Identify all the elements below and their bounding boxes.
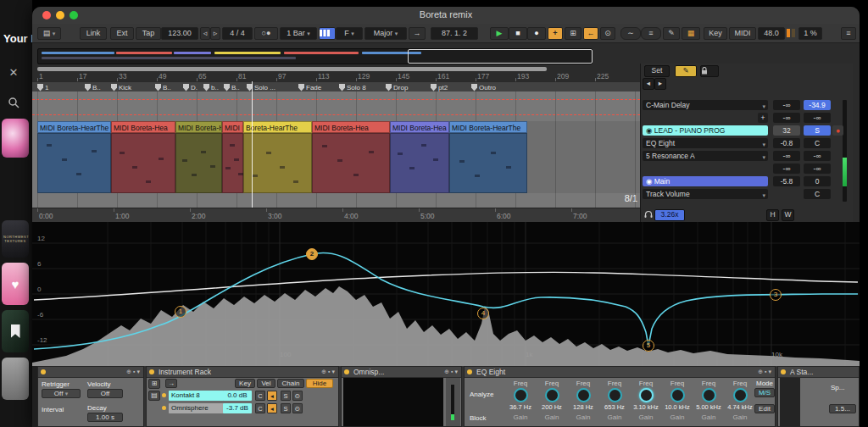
pan-value[interactable]: S: [804, 125, 831, 136]
key-zone-button[interactable]: Key: [235, 379, 255, 388]
device-on-led[interactable]: [149, 369, 154, 374]
edit-button[interactable]: Edit: [754, 404, 775, 413]
device-on-led[interactable]: [467, 369, 472, 374]
clip-body[interactable]: [243, 133, 312, 193]
clip-header[interactable]: Boreta-HearThe: [243, 121, 312, 133]
arrangement-overview[interactable]: [37, 48, 593, 64]
instrument-selector-icon[interactable]: ▤ ▾: [37, 27, 61, 40]
clip-header[interactable]: MIDI Boreta-Hea: [312, 121, 390, 133]
tempo-field[interactable]: 123.00: [161, 27, 198, 40]
track-device-selector[interactable]: ◉ LEAD - PIANO PROG: [643, 125, 768, 136]
track-device-selector[interactable]: Track Volume▾: [643, 189, 768, 199]
chain-activator-speaker-icon[interactable]: ◂: [267, 391, 277, 401]
volume-value[interactable]: -∞: [773, 113, 800, 123]
headphone-preview-icon[interactable]: [644, 210, 653, 219]
chain-name[interactable]: Kontakt 8: [169, 391, 224, 401]
key-map-button[interactable]: Key: [704, 27, 727, 40]
clip-body[interactable]: [449, 133, 527, 193]
pencil-icon[interactable]: ✎: [663, 27, 680, 40]
chain-volume-value[interactable]: -3.7 dB: [223, 403, 252, 413]
hotswap-icon[interactable]: ⊕: [444, 369, 451, 374]
artwork-flower[interactable]: [2, 119, 29, 158]
artwork-gray[interactable]: [2, 358, 29, 400]
back-to-arrangement-button[interactable]: ←: [583, 27, 598, 40]
clip-body[interactable]: [222, 133, 243, 193]
clip-body[interactable]: [390, 133, 449, 193]
device-on-led[interactable]: [41, 369, 46, 374]
overview-viewport[interactable]: [408, 49, 593, 64]
fold-icon[interactable]: ▾: [768, 369, 773, 374]
set-button[interactable]: Set: [644, 65, 670, 77]
time-ruler[interactable]: 0:001:002:003:004:005:006:007:00: [32, 208, 640, 223]
eq-band-node[interactable]: 4: [477, 308, 489, 319]
nudge-up-button[interactable]: ▹: [210, 27, 220, 40]
artwork-heart[interactable]: ♥: [2, 263, 29, 305]
band-freq-value[interactable]: 4.74 kHz: [725, 403, 755, 411]
band-freq-knob[interactable]: [733, 388, 748, 402]
pan-value[interactable]: -34.9: [804, 100, 831, 110]
chain-show-icon[interactable]: ▤: [148, 391, 160, 401]
band-freq-knob[interactable]: [670, 388, 685, 402]
eq-band-node[interactable]: 5: [643, 340, 654, 352]
close-icon[interactable]: ✕: [4, 63, 23, 81]
tap-tempo-button[interactable]: Tap: [136, 27, 161, 40]
chain-on-led[interactable]: [162, 393, 166, 397]
midi-value-field[interactable]: 48.0: [758, 27, 785, 40]
clip-body[interactable]: [111, 133, 175, 193]
locator-marker[interactable]: Fade: [298, 83, 321, 92]
analyze-button[interactable]: Analyze: [470, 391, 493, 398]
add-return-button[interactable]: +: [758, 113, 768, 123]
chain-zone-button[interactable]: Chain: [277, 379, 304, 388]
band-freq-value[interactable]: 200 Hz: [537, 403, 567, 411]
draw-mode-icon[interactable]: ∼: [620, 27, 641, 40]
track-device-selector[interactable]: C-Main Delay▾: [643, 100, 768, 110]
chain-name[interactable]: Omnisphere: [169, 403, 224, 413]
pan-value[interactable]: 0: [804, 176, 831, 186]
artwork-bookmark[interactable]: [2, 310, 29, 352]
band-freq-value[interactable]: 36.7 Hz: [505, 403, 536, 411]
locator-marker[interactable]: Drop: [386, 83, 408, 92]
track-device-selector[interactable]: ◉ Main: [643, 176, 768, 186]
instrument-rack-titlebar[interactable]: Instrument Rack ⊕▪▾: [147, 367, 338, 378]
scale-name-menu[interactable]: Major ▾: [364, 27, 407, 40]
clip-header[interactable]: MIDI Boreta-HearThe: [449, 121, 527, 133]
device-on-led[interactable]: [781, 369, 786, 374]
add-button[interactable]: +: [548, 27, 563, 40]
search-icon[interactable]: [4, 93, 23, 112]
chain-volume-value[interactable]: 0.0 dB: [223, 391, 252, 401]
follow-icon[interactable]: →: [409, 27, 426, 40]
velocity-select[interactable]: Off: [87, 389, 123, 398]
band-freq-value[interactable]: 3.10 kHz: [631, 403, 661, 411]
fold-icon[interactable]: ▾: [454, 369, 459, 374]
chain-solo-button[interactable]: S: [281, 391, 291, 401]
automation-line[interactable]: [32, 99, 640, 100]
arrangement-position-field[interactable]: 87. 1. 2: [431, 27, 478, 40]
nav-left-icon[interactable]: ◂: [643, 78, 654, 90]
clip-header[interactable]: MIDI B: [222, 121, 243, 133]
a-sta-value[interactable]: 1.5...: [829, 404, 856, 413]
clip-body[interactable]: [175, 133, 222, 193]
band-freq-knob[interactable]: [576, 388, 591, 402]
locator-marker[interactable]: pt2: [431, 83, 448, 92]
volume-value[interactable]: -∞: [773, 164, 800, 174]
play-button[interactable]: ▶: [490, 27, 509, 40]
chain-on-led[interactable]: [162, 406, 166, 410]
band-freq-knob[interactable]: [514, 388, 528, 402]
midi-map-button[interactable]: MIDI: [729, 27, 756, 40]
chain-hotswap-icon[interactable]: ⊙: [292, 391, 303, 401]
band-freq-knob[interactable]: [545, 388, 559, 402]
locator-marker[interactable]: b..: [203, 83, 219, 92]
band-freq-knob[interactable]: [702, 388, 716, 402]
band-freq-value[interactable]: 653 Hz: [599, 403, 630, 411]
fold-icon[interactable]: ▾: [331, 369, 337, 374]
menu-icon[interactable]: ≡: [841, 27, 856, 40]
locator-marker[interactable]: B..: [224, 83, 240, 92]
volume-value[interactable]: -∞: [773, 100, 800, 110]
locator-marker[interactable]: D.: [183, 83, 198, 92]
clip-body[interactable]: [37, 133, 111, 193]
locator-marker[interactable]: B..: [85, 83, 101, 92]
band-freq-value[interactable]: 5.00 kHz: [693, 403, 724, 411]
pan-value[interactable]: C: [804, 189, 831, 199]
nudge-down-button[interactable]: ◃: [200, 27, 210, 40]
retrigger-select[interactable]: Off ▾: [42, 389, 81, 398]
